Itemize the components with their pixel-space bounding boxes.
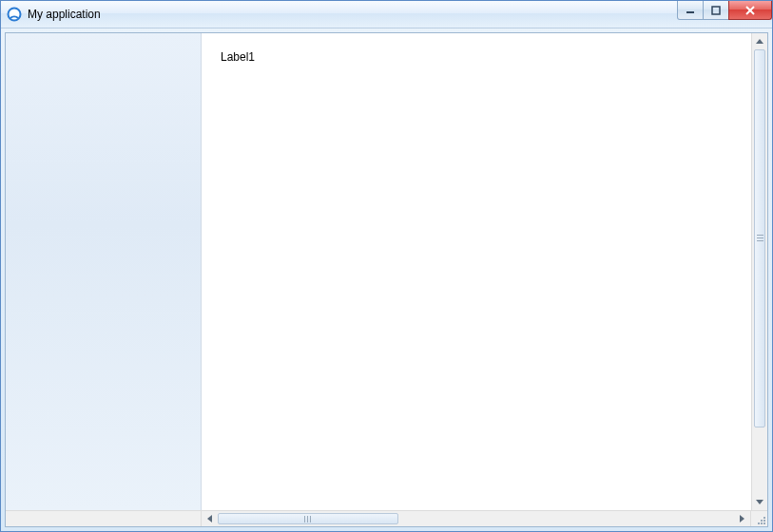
vertical-scroll-thumb[interactable] (754, 49, 765, 428)
hscroll-spacer (6, 511, 202, 526)
chevron-right-icon (740, 515, 744, 522)
scroll-right-button[interactable] (734, 511, 750, 526)
minimize-button[interactable] (677, 1, 704, 20)
titlebar[interactable]: My application (1, 1, 772, 28)
resize-grip-icon (756, 515, 767, 526)
grip-icon (304, 516, 312, 522)
close-button[interactable] (728, 1, 772, 20)
label1: Label1 (221, 50, 255, 64)
chevron-left-icon (207, 515, 212, 522)
horizontal-scroll-track[interactable] (218, 511, 734, 526)
horizontal-scroll-thumb[interactable] (218, 513, 398, 524)
client-area: Label1 (5, 32, 768, 527)
close-icon (744, 6, 756, 15)
vertical-scrollbar[interactable] (751, 33, 767, 510)
maximize-icon (711, 6, 721, 15)
content-panel: Label1 (202, 33, 751, 510)
svg-rect-2 (712, 7, 720, 14)
app-icon (7, 7, 22, 22)
scroll-up-button[interactable] (752, 33, 767, 49)
side-panel (6, 33, 202, 510)
minimize-icon (686, 6, 695, 15)
vertical-scroll-track[interactable] (752, 49, 767, 494)
resize-grip[interactable] (750, 511, 767, 526)
window-title: My application (28, 7, 101, 22)
scroll-down-button[interactable] (752, 494, 767, 510)
svg-rect-1 (686, 11, 694, 13)
chevron-up-icon (756, 39, 763, 44)
application-window: My application Label1 (0, 0, 773, 532)
horizontal-scrollbar[interactable] (6, 510, 767, 526)
svg-point-0 (9, 9, 21, 21)
grip-icon (757, 235, 763, 242)
chevron-down-icon (756, 500, 763, 504)
scroll-left-button[interactable] (202, 511, 218, 526)
content-wrap: Label1 (202, 33, 767, 510)
window-controls (678, 1, 772, 20)
maximize-button[interactable] (703, 1, 729, 20)
client-inner: Label1 (6, 33, 767, 510)
